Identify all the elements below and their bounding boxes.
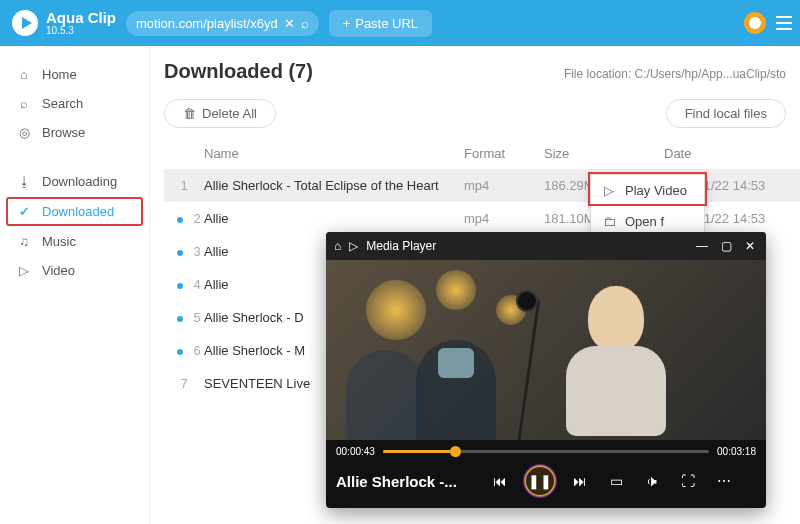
more-icon[interactable]: ⋯ <box>712 469 736 493</box>
play-icon: ▷ <box>601 183 617 198</box>
video-area[interactable] <box>326 260 766 440</box>
sidebar-item-video[interactable]: ▷Video <box>0 256 149 285</box>
sidebar-item-search[interactable]: ⌕Search <box>0 89 149 118</box>
top-bar: Aqua Clip 10.5.3 motion.com/playlist/x6y… <box>0 0 800 46</box>
sidebar-item-home[interactable]: ⌂Home <box>0 60 149 89</box>
sidebar-item-downloaded[interactable]: ✔Downloaded <box>6 197 143 226</box>
pause-button[interactable]: ❚❚ <box>524 465 556 497</box>
sidebar-item-browse[interactable]: ◎Browse <box>0 118 149 147</box>
current-time: 00:00:43 <box>336 446 375 457</box>
compass-icon: ◎ <box>16 125 32 140</box>
next-track-icon[interactable]: ⏭ <box>568 469 592 493</box>
col-size: Size <box>544 146 664 161</box>
download-icon: ⭳ <box>16 174 32 189</box>
volume-icon[interactable]: 🕩 <box>640 469 664 493</box>
now-playing-title: Allie Sherlock -... <box>336 473 476 490</box>
media-player-title: Media Player <box>366 239 436 253</box>
music-icon: ♫ <box>16 234 32 249</box>
sidebar: ⌂Home ⌕Search ◎Browse ⭳Downloading ✔Down… <box>0 46 150 524</box>
paste-url-label: Paste URL <box>355 16 418 31</box>
sidebar-item-music[interactable]: ♫Music <box>0 227 149 256</box>
app-version: 10.5.3 <box>46 25 116 36</box>
paste-url-button[interactable]: + Paste URL <box>329 10 432 37</box>
row-format: mp4 <box>464 178 544 193</box>
duration: 00:03:18 <box>717 446 756 457</box>
page-title: Downloaded (7) <box>164 60 313 83</box>
home-icon: ⌂ <box>16 67 32 82</box>
row-name: Allie Sherlock - Total Eclipse of the He… <box>204 178 464 193</box>
search-icon[interactable]: ⌕ <box>301 16 309 31</box>
play-circle-icon: ▷ <box>349 239 358 253</box>
prev-track-icon[interactable]: ⏮ <box>488 469 512 493</box>
close-icon[interactable]: ✕ <box>742 239 758 253</box>
plus-icon: + <box>343 16 351 31</box>
delete-all-button[interactable]: 🗑Delete All <box>164 99 276 128</box>
minimize-icon[interactable]: — <box>694 239 710 253</box>
media-player-window[interactable]: ⌂ ▷ Media Player — ▢ ✕ 00:00:43 00:03:18… <box>326 232 766 508</box>
find-local-files-button[interactable]: Find local files <box>666 99 786 128</box>
app-logo-icon <box>12 10 38 36</box>
media-player-titlebar[interactable]: ⌂ ▷ Media Player — ▢ ✕ <box>326 232 766 260</box>
row-format: mp4 <box>464 211 544 226</box>
url-fragment: motion.com/playlist/x6yd <box>136 16 278 31</box>
sidebar-item-downloading[interactable]: ⭳Downloading <box>0 167 149 196</box>
play-circle-icon: ▷ <box>16 263 32 278</box>
maximize-icon[interactable]: ▢ <box>718 239 734 253</box>
trash-icon: 🗑 <box>183 106 196 121</box>
clear-url-icon[interactable]: ✕ <box>284 16 295 31</box>
bullet-icon <box>177 217 183 223</box>
scrub-bar[interactable]: 00:00:43 00:03:18 <box>326 440 766 457</box>
menu-icon[interactable] <box>776 16 792 30</box>
url-input-pill[interactable]: motion.com/playlist/x6yd ✕ ⌕ <box>126 11 319 36</box>
folder-icon: 🗀 <box>601 214 617 229</box>
premium-coin-icon[interactable] <box>744 12 766 34</box>
bullet-icon <box>177 283 183 289</box>
player-controls: Allie Sherlock -... ⏮ ❚❚ ⏭ ▭ 🕩 ⛶ ⋯ <box>326 457 766 505</box>
fullscreen-icon[interactable]: ⛶ <box>676 469 700 493</box>
row-name: Allie <box>204 211 464 226</box>
col-format: Format <box>464 146 544 161</box>
bullet-icon <box>177 250 183 256</box>
check-circle-icon: ✔ <box>16 204 32 219</box>
ctx-play-video[interactable]: ▷Play Video <box>591 175 704 206</box>
bullet-icon <box>177 349 183 355</box>
file-location[interactable]: File location: C:/Users/hp/App...uaClip/… <box>564 67 786 81</box>
home-icon[interactable]: ⌂ <box>334 239 341 253</box>
progress-track[interactable] <box>383 450 709 453</box>
table-header: Name Format Size Date <box>164 138 800 169</box>
col-date: Date <box>664 146 800 161</box>
search-icon: ⌕ <box>16 96 32 111</box>
app-name: Aqua Clip <box>46 10 116 25</box>
bullet-icon <box>177 316 183 322</box>
app-logo: Aqua Clip 10.5.3 <box>12 10 116 36</box>
caption-icon[interactable]: ▭ <box>604 469 628 493</box>
col-name: Name <box>204 146 464 161</box>
